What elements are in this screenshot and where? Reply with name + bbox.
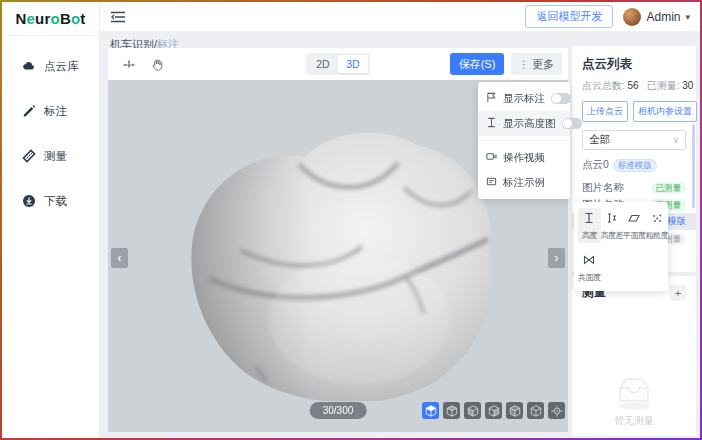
user-menu[interactable]: Admin ▾: [623, 8, 690, 26]
sidebar-item-label: 标注: [44, 104, 67, 119]
logo-char: o: [51, 10, 60, 27]
mode-2d-button[interactable]: 2D: [308, 55, 338, 73]
status-badge: 已测量: [651, 182, 687, 194]
sidebar-item-pointcloud-library[interactable]: 点云库: [2, 44, 99, 89]
add-measurement-button[interactable]: +: [670, 285, 686, 301]
move-tool-icon[interactable]: [120, 55, 138, 73]
menu-item-annotation-example[interactable]: 标注示例: [478, 170, 570, 195]
toolbar-right: 保存(S) ⋮ 更多: [450, 53, 562, 75]
viewer-card: 2D 3D 保存(S) ⋮ 更多: [108, 48, 568, 432]
tool-label: 高度差: [601, 230, 624, 241]
sidebar: NeuroBot 点云库 标注 测量 下载: [2, 2, 100, 438]
tool-label: 高度: [582, 230, 597, 241]
logo-char: B: [60, 10, 71, 27]
ruler-icon: [22, 149, 36, 165]
more-dots-icon: ⋮: [519, 59, 529, 70]
pen-icon: [22, 104, 36, 120]
menu-item-show-annotation[interactable]: 显示标注: [478, 86, 570, 111]
view-cube-default-button[interactable]: [422, 402, 439, 419]
menu-item-show-heightmap[interactable]: 显示高度图: [478, 111, 570, 136]
empty-state: 暂无测量: [572, 373, 696, 428]
show-annotation-toggle[interactable]: [551, 93, 571, 104]
view-cube-front-button[interactable]: [464, 402, 481, 419]
view-cube-left-button[interactable]: [506, 402, 523, 419]
tooth-model: [163, 96, 508, 401]
app-logo: NeuroBot: [2, 2, 99, 36]
logo-char: u: [35, 10, 44, 27]
more-dropdown-menu: 显示标注 显示高度图 操作视频 标注示例: [478, 82, 570, 199]
menu-fold-icon[interactable]: [110, 9, 126, 25]
back-to-model-dev-button[interactable]: 返回模型开发: [525, 5, 613, 28]
avatar: [623, 8, 641, 26]
measured-value: 30: [682, 80, 693, 91]
measured-label: 已测量: 30: [647, 79, 694, 93]
flag-icon: [486, 92, 497, 105]
cloud-icon: [22, 59, 36, 75]
more-button[interactable]: ⋮ 更多: [511, 53, 562, 75]
measurement-panel: 测量 + 暂无测量: [572, 276, 696, 436]
panel-title: 点云列表: [582, 56, 686, 73]
sidebar-item-annotate[interactable]: 标注: [2, 89, 99, 134]
reset-view-crosshair-button[interactable]: [548, 402, 565, 419]
logo-char: e: [27, 10, 36, 27]
group-name: 点云0: [582, 158, 609, 172]
upload-pointcloud-button[interactable]: 上传点云: [582, 101, 628, 122]
total-label: 点云总数: 56: [582, 79, 639, 93]
menu-item-operation-video[interactable]: 操作视频: [478, 145, 570, 170]
pan-hand-icon[interactable]: [148, 55, 166, 73]
sidebar-item-label: 测量: [44, 149, 67, 164]
sidebar-item-label: 下载: [44, 194, 67, 209]
roughness-tool-icon: [651, 210, 663, 228]
view-mode-toggle: 2D 3D: [306, 53, 370, 75]
download-icon: [22, 194, 36, 210]
total-value: 56: [628, 80, 639, 91]
flatness-tool-icon: [628, 210, 640, 228]
prev-arrow-button[interactable]: ‹: [111, 248, 128, 268]
measure-tools-popover: 高度 高度差 平面度 粗糙度 共面度: [574, 202, 668, 291]
show-heightmap-toggle[interactable]: [562, 118, 582, 129]
chevron-down-icon: ∨: [672, 135, 679, 145]
image-name: 图片名称: [582, 181, 624, 195]
panel-buttons: 上传点云 相机内参设置: [582, 101, 686, 122]
view-cube-back-button[interactable]: [527, 402, 544, 419]
menu-item-label: 标注示例: [503, 176, 562, 190]
camera-params-button[interactable]: 相机内参设置: [633, 101, 697, 122]
viewport-tools: [120, 55, 166, 73]
tool-roughness[interactable]: 粗糙度: [646, 208, 669, 243]
view-cube-top-button[interactable]: [443, 402, 460, 419]
sidebar-item-download[interactable]: 下载: [2, 179, 99, 224]
list-item[interactable]: 图片名称 已测量: [582, 179, 686, 196]
tool-label: 粗糙度: [646, 230, 669, 241]
filter-select[interactable]: 全部 ∨: [582, 130, 686, 150]
screenshot-frame: NeuroBot 点云库 标注 测量 下载 返回模: [0, 0, 702, 440]
logo-char: o: [71, 10, 80, 27]
coplanarity-tool-icon: [583, 252, 595, 270]
save-button[interactable]: 保存(S): [450, 53, 504, 75]
video-icon: [486, 151, 497, 164]
height-tool-icon: [583, 210, 595, 228]
tool-height-diff[interactable]: 高度差: [601, 208, 624, 243]
next-arrow-button[interactable]: ›: [548, 248, 565, 268]
template-badge: 标准模版: [613, 159, 657, 172]
filter-value: 全部: [589, 133, 610, 147]
user-name: Admin: [646, 10, 680, 24]
scrollbar-thumb[interactable]: [692, 124, 695, 208]
view-preset-buttons: [422, 402, 565, 419]
menu-divider: [478, 140, 570, 141]
frame-counter: 30/300: [310, 402, 367, 419]
top-header: 返回模型开发 Admin ▾: [100, 2, 700, 32]
tool-coplanarity[interactable]: 共面度: [578, 250, 601, 285]
menu-item-label: 显示标注: [503, 92, 545, 106]
logo-char: t: [80, 10, 85, 27]
pointcloud-group-row[interactable]: 点云0 标准模版: [582, 158, 686, 172]
menu-item-label: 操作视频: [503, 151, 562, 165]
mode-3d-button[interactable]: 3D: [338, 55, 368, 73]
tool-flatness[interactable]: 平面度: [623, 208, 646, 243]
sidebar-item-measure[interactable]: 测量: [2, 134, 99, 179]
more-label: 更多: [532, 57, 554, 72]
viewer-toolbar: 2D 3D 保存(S) ⋮ 更多: [108, 48, 568, 80]
empty-inbox-icon: [611, 373, 657, 411]
tool-height[interactable]: 高度: [578, 208, 601, 243]
view-cube-right-button[interactable]: [485, 402, 502, 419]
example-frame-icon: [486, 176, 497, 189]
